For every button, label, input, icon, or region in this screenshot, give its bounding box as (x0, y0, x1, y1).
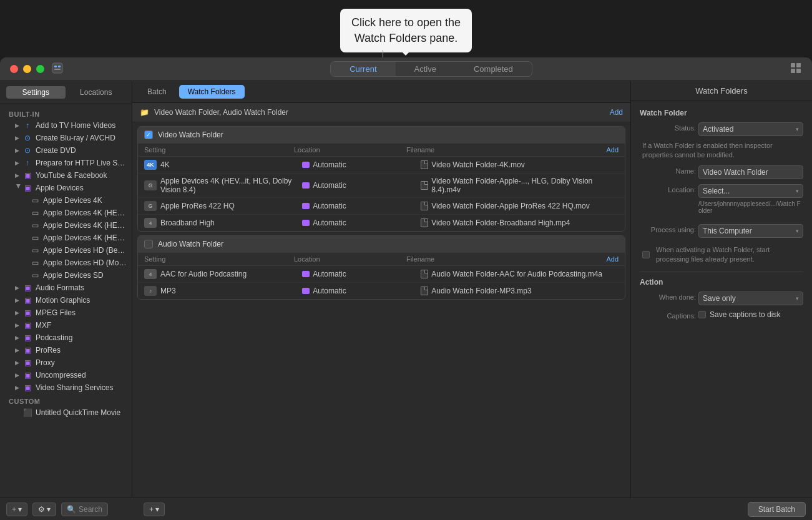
table-row[interactable]: ♪ MP3 Automatic Audio Watch Folder-MP3.m… (138, 283, 625, 299)
filename-value: Video Watch Folder-4K.mov (431, 160, 524, 169)
add-tv-label: Add to TV Home Videos (36, 121, 115, 130)
sidebar-item-apple-devices[interactable]: ▶ ▣ Apple Devices (0, 182, 132, 194)
youtube-icon: ▣ (22, 170, 32, 180)
sidebar-item-quicktime[interactable]: ⬛ Untitled QuickTime Movie (0, 406, 132, 419)
sidebar-item-prores[interactable]: ▶ ▣ ProRes (0, 344, 132, 356)
audio-table-add-button[interactable]: Add (594, 255, 619, 263)
table-row[interactable]: 4 Broadband High Automatic Video Watch F… (138, 215, 625, 231)
tab-group: Current Active Completed (330, 61, 532, 77)
app-window: Current Active Completed (0, 57, 812, 520)
tab-active[interactable]: Active (396, 62, 455, 76)
sidebar-item-dvd[interactable]: ▶ ⊙ Create DVD (0, 144, 132, 157)
apple-hd-best-label: Apple Devices HD (Best... (43, 246, 127, 255)
layout-icon[interactable] (790, 62, 802, 74)
sidebar-item-uncompressed[interactable]: ▶ ▣ Uncompressed (0, 369, 132, 381)
video-sharing-icon: ▣ (22, 383, 32, 393)
folder-group-names: Video Watch Folder, Audio Watch Folder (154, 108, 605, 117)
gear-button[interactable]: ⚙ ▾ (32, 503, 56, 516)
motion-icon: ▣ (22, 295, 32, 305)
sidebar-tab-locations[interactable]: Locations (67, 86, 126, 99)
table-row[interactable]: 4K 4K Automatic Video Watch Folder-4K.mo… (138, 157, 625, 174)
file-icon (421, 202, 428, 210)
chevron-down-icon: ▾ (796, 295, 799, 302)
location-folder-icon (302, 271, 310, 277)
tab-current[interactable]: Current (331, 62, 395, 76)
process-checkbox[interactable] (642, 251, 650, 258)
sidebar-item-add-tv[interactable]: ▶ ↑ Add to TV Home Videos (0, 119, 132, 132)
quicktime-icon: ⬛ (22, 408, 32, 418)
status-note: If a Watch Folder is enabled then inspec… (640, 141, 803, 160)
dvd-icon: ⊙ (22, 145, 32, 155)
sidebar-item-proxy[interactable]: ▶ ▣ Proxy (0, 356, 132, 369)
arrow-icon: ▶ (15, 385, 22, 391)
sidebar-item-apple-sd[interactable]: ▭ Apple Devices SD (0, 269, 132, 282)
mpeg-icon: ▣ (22, 308, 32, 318)
name-input[interactable] (698, 165, 803, 179)
sidebar-item-http[interactable]: ▶ ↑ Prepare for HTTP Live Strea... (0, 157, 132, 169)
status-select[interactable]: Activated ▾ (698, 122, 803, 136)
table-row[interactable]: 4 AAC for Audio Podcasting Automatic Aud… (138, 266, 625, 283)
sidebar-item-mpeg[interactable]: ▶ ▣ MPEG Files (0, 307, 132, 319)
sidebar-item-motion-graphics[interactable]: ▶ ▣ Motion Graphics (0, 294, 132, 307)
section-header-builtin: BUILT-IN (0, 107, 132, 119)
minimize-button[interactable] (23, 65, 31, 73)
tooltip-area: Click here to open the Watch Folders pan… (0, 0, 812, 55)
sidebar-item-apple-hd-most[interactable]: ▭ Apple Devices HD (Most... (0, 257, 132, 269)
sidebar-item-apple-4k-hevc3[interactable]: ▭ Apple Devices 4K (HEVC... (0, 232, 132, 244)
search-field[interactable]: 🔍 Search (61, 503, 108, 516)
sidebar-item-video-sharing[interactable]: ▶ ▣ Video Sharing Services (0, 381, 132, 394)
location-select[interactable]: Select... ▾ (698, 184, 803, 198)
sidebar-item-apple-hd-best[interactable]: ▭ Apple Devices HD (Best... (0, 244, 132, 257)
tab-completed[interactable]: Completed (455, 62, 532, 76)
center-add-button[interactable]: + ▾ (144, 503, 165, 516)
bluray-icon: ⊙ (22, 133, 32, 143)
bottom-bar: + ▾ ⚙ ▾ 🔍 Search + ▾ Start Batch (0, 498, 812, 520)
process-select[interactable]: This Computer ▾ (698, 224, 803, 238)
sidebar-item-apple-4k-hevc2[interactable]: ▭ Apple Devices 4K (HEVC... (0, 219, 132, 232)
table-row[interactable]: G Apple ProRes 422 HQ Automatic Video Wa… (138, 198, 625, 215)
tab-watch-folders[interactable]: Watch Folders (179, 85, 245, 99)
youtube-label: YouTube & Facebook (36, 171, 107, 180)
when-done-select[interactable]: Save only ▾ (698, 292, 803, 305)
svg-rect-7 (796, 69, 801, 73)
tab-batch[interactable]: Batch (139, 85, 175, 99)
add-bottom-button[interactable]: + ▾ (6, 503, 27, 516)
watch-folder-section-title: Watch Folder (640, 109, 803, 117)
filename-value: Audio Watch Folder-AAC for Audio Podcast… (431, 270, 602, 278)
location-path: /Users/johnnnyappleseed/.../Watch Folder (698, 200, 803, 214)
title-bar: Current Active Completed (0, 57, 812, 81)
location-select-value: Select... (703, 187, 730, 195)
divider (640, 271, 803, 272)
apple-hd-most-label: Apple Devices HD (Most... (43, 258, 127, 267)
video-section-checkbox[interactable]: ✓ (144, 130, 153, 139)
chevron-down-icon: ▾ (796, 188, 799, 194)
sidebar-tab-settings[interactable]: Settings (6, 86, 66, 99)
audio-section-title: Audio Watch Folder (158, 240, 223, 248)
location-label: Location: (640, 184, 696, 194)
location-row: Location: Select... ▾ /Users/johnnnyappl… (640, 184, 803, 219)
group-add-button[interactable]: Add (610, 108, 623, 117)
arrow-icon: ▶ (15, 310, 22, 316)
maximize-button[interactable] (36, 65, 44, 73)
apple-4k-label: Apple Devices 4K (43, 196, 102, 205)
sidebar-item-youtube[interactable]: ▶ ▣ YouTube & Facebook (0, 169, 132, 182)
quicktime-label: Untitled QuickTime Movie (36, 408, 120, 417)
sidebar-item-apple-4k[interactable]: ▭ Apple Devices 4K (0, 194, 132, 207)
location-folder-icon (302, 203, 310, 209)
sidebar-item-audio-formats[interactable]: ▶ ▣ Audio Formats (0, 282, 132, 294)
plus-icon: + (149, 505, 154, 514)
sidebar-item-mxf[interactable]: ▶ ▣ MXF (0, 319, 132, 331)
sidebar-item-apple-4k-hevc1[interactable]: ▭ Apple Devices 4K (HEVC... (0, 207, 132, 219)
table-row[interactable]: G Apple Devices 4K (HEV...it, HLG, Dolby… (138, 174, 625, 198)
audio-section-checkbox[interactable] (144, 240, 153, 248)
chevron-icon: ▾ (155, 505, 159, 514)
captions-checkbox[interactable] (698, 311, 706, 318)
sidebar-item-bluray[interactable]: ▶ ⊙ Create Blu-ray / AVCHD (0, 132, 132, 144)
apple-devices-label: Apple Devices (36, 184, 84, 192)
start-batch-button[interactable]: Start Batch (748, 502, 806, 517)
close-button[interactable] (10, 65, 18, 73)
sidebar-item-podcasting[interactable]: ▶ ▣ Podcasting (0, 331, 132, 344)
podcasting-label: Podcasting (36, 333, 72, 342)
video-table-add-button[interactable]: Add (594, 146, 619, 154)
arrow-icon: ▶ (15, 297, 22, 303)
